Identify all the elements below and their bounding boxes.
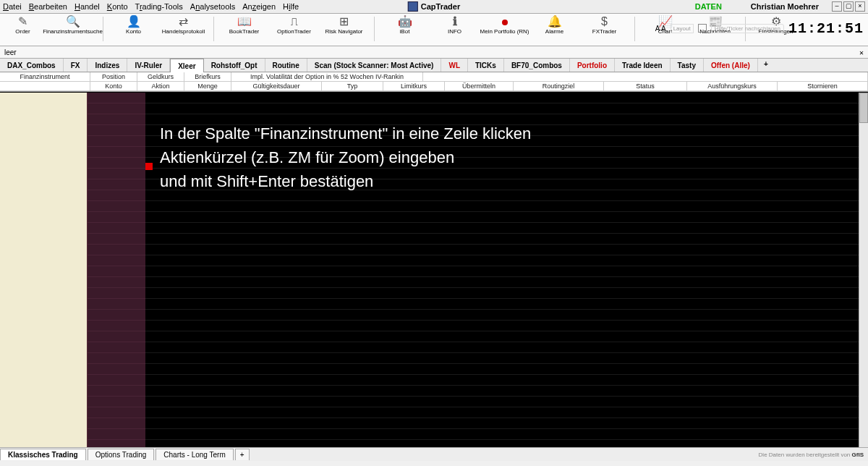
- layout-chip[interactable]: Layout: [671, 24, 694, 33]
- tb-ibot[interactable]: 🤖iBot: [385, 15, 425, 35]
- lock-icon[interactable]: [698, 24, 707, 33]
- tb-fxtrader[interactable]: $FXTrader: [584, 15, 624, 35]
- vertical-scrollbar[interactable]: [859, 93, 868, 447]
- dollar-icon: $: [601, 15, 608, 28]
- tab-iv-ruler[interactable]: IV-Ruler: [127, 59, 170, 72]
- tb-info[interactable]: ℹINFO: [435, 15, 475, 35]
- col-konto[interactable]: Konto: [90, 82, 137, 91]
- grid-body: In der Spalte "Finanzinstrument" in eine…: [0, 92, 868, 447]
- col-position[interactable]: Position: [90, 72, 137, 82]
- tb-handelsprotokoll[interactable]: ⇄Handelsprotokoll: [163, 15, 203, 35]
- menu-anzeigen[interactable]: Anzeigen: [242, 2, 276, 11]
- menu-bar: Datei Bearbeiten Handel Konto Trading-To…: [0, 0, 868, 14]
- tb-order[interactable]: ✎Order: [3, 15, 43, 35]
- app-title-text: CapTrader: [421, 2, 460, 11]
- col-impl-vola[interactable]: Impl. Volatilität der Option in % 52 Woc…: [231, 72, 423, 82]
- col-menge[interactable]: Menge: [184, 82, 231, 91]
- arrow-icon: [145, 158, 153, 175]
- help-search-input[interactable]: Hilfe/Ticker nachschlagen: [711, 24, 784, 33]
- window-buttons: – ▢ ×: [832, 1, 865, 12]
- instruction-overlay: In der Spalte "Finanzinstrument" in eine…: [160, 122, 531, 193]
- btab-add-button[interactable]: +: [235, 449, 250, 460]
- tab-bf70-combos[interactable]: BF70_Combos: [504, 59, 570, 72]
- panel-close-icon[interactable]: ✕: [859, 48, 864, 56]
- menu-trading-tools[interactable]: Trading-Tools: [135, 2, 183, 11]
- col-briefkurs[interactable]: Briefkurs: [184, 72, 231, 82]
- tb-mein-portfolio[interactable]: Mein Portfolio (RN): [485, 15, 524, 35]
- tab-trade-ideen[interactable]: Trade Ideen: [615, 59, 671, 72]
- grid-col-finanzinstrument[interactable]: [0, 93, 88, 447]
- menu-bearbeiten[interactable]: Bearbeiten: [29, 2, 67, 11]
- tb-risk-navigator[interactable]: ⊞Risk Navigator: [324, 15, 364, 35]
- col-geldkurs[interactable]: Geldkurs: [137, 72, 184, 82]
- app-title: CapTrader: [408, 1, 460, 12]
- dot-icon: [502, 15, 508, 28]
- clock: 11:21:51: [788, 20, 864, 37]
- col-routingziel[interactable]: Routingziel: [514, 82, 604, 91]
- tb-booktrader[interactable]: 📖BookTrader: [224, 15, 264, 35]
- menu-handel[interactable]: Handel: [75, 2, 100, 11]
- grid-main-area[interactable]: In der Spalte "Finanzinstrument" in eine…: [145, 93, 859, 447]
- data-status: DATEN: [695, 2, 722, 11]
- tab-wl[interactable]: WL: [441, 59, 468, 72]
- info-icon: ℹ: [453, 15, 457, 28]
- scrollbar-thumb[interactable]: [859, 93, 868, 123]
- bottom-tab-bar: Klassisches Trading Options Trading Char…: [0, 447, 868, 461]
- user-icon: 👤: [127, 15, 141, 28]
- swap-icon: ⇄: [179, 15, 188, 28]
- bell-icon: 🔔: [548, 15, 562, 28]
- minimize-icon[interactable]: –: [832, 1, 842, 12]
- tb-konto[interactable]: 👤Konto: [114, 15, 153, 35]
- tab-routine[interactable]: Routine: [265, 59, 307, 72]
- tab-tasty[interactable]: Tasty: [671, 59, 704, 72]
- panel-title-bar: leer ✕: [0, 46, 868, 59]
- col-ausfuehrungskurs[interactable]: Ausführungskurs: [687, 82, 778, 91]
- search-icon: 🔍: [66, 15, 80, 28]
- col-typ[interactable]: Typ: [322, 82, 383, 91]
- tab-dax-combos[interactable]: DAX_Combos: [0, 59, 64, 72]
- instruction-line-2: Aktienkürzel (z.B. ZM für Zoom) eingeben: [160, 145, 531, 169]
- col-finanzinstrument[interactable]: Finanzinstrument: [0, 72, 90, 82]
- col-limitkurs[interactable]: Limitkurs: [383, 82, 445, 91]
- user-name: Christian Moehrer: [751, 2, 819, 11]
- tab-xleer[interactable]: Xleer: [170, 59, 203, 72]
- instruction-line-3: und mit Shift+Enter bestätigen: [160, 169, 531, 193]
- robot-icon: 🤖: [398, 15, 412, 28]
- grid-icon: ⊞: [339, 15, 349, 28]
- tab-fx[interactable]: FX: [64, 59, 88, 72]
- maximize-icon[interactable]: ▢: [843, 1, 854, 12]
- menu-datei[interactable]: Datei: [3, 2, 22, 11]
- tab-indizes[interactable]: Indizes: [88, 59, 127, 72]
- font-size-control[interactable]: A A: [655, 25, 666, 33]
- tab-portfolio[interactable]: Portfolio: [570, 59, 615, 72]
- btab-charts-long-term[interactable]: Charts - Long Term: [156, 449, 233, 460]
- tab-offen-alle[interactable]: Offen (Alle): [704, 59, 758, 72]
- menu-analysetools[interactable]: Analysetools: [190, 2, 235, 11]
- pencil-icon: ✎: [18, 15, 27, 28]
- tab-add-button[interactable]: +: [758, 59, 774, 72]
- options-icon: ⎍: [291, 15, 298, 28]
- col-stornieren[interactable]: Stornieren: [778, 82, 868, 91]
- tb-alarme[interactable]: 🔔Alarme: [535, 15, 574, 35]
- main-toolbar: ✎Order 🔍Finanzinstrumentsuche 👤Konto ⇄Ha…: [0, 14, 868, 46]
- grid-col-position[interactable]: [88, 93, 145, 447]
- menu-hilfe[interactable]: Hilfe: [283, 2, 299, 11]
- tb-instrument-search[interactable]: 🔍Finanzinstrumentsuche: [53, 15, 93, 35]
- tab-rohstoff-opt[interactable]: Rohstoff_Opt: [204, 59, 265, 72]
- close-icon[interactable]: ×: [855, 1, 865, 12]
- tab-scan[interactable]: Scan (Stock Scanner: Most Active): [307, 59, 442, 72]
- workspace-tabs: DAX_Combos FX Indizes IV-Ruler Xleer Roh…: [0, 59, 868, 72]
- menu-konto[interactable]: Konto: [107, 2, 128, 11]
- col-gueltigkeitsdauer[interactable]: Gültigkeitsdauer: [231, 82, 322, 91]
- col-uebermitteln[interactable]: Übermitteln: [445, 82, 514, 91]
- book-icon: 📖: [237, 15, 252, 28]
- grid-header: Finanzinstrument Position Geldkurs Brief…: [0, 72, 868, 92]
- btab-klassisches-trading[interactable]: Klassisches Trading: [0, 449, 86, 460]
- btab-options-trading[interactable]: Options Trading: [88, 449, 155, 460]
- panel-title: leer: [4, 48, 17, 56]
- tab-ticks[interactable]: TICKs: [468, 59, 504, 72]
- tb-optiontrader[interactable]: ⎍OptionTrader: [274, 15, 314, 35]
- app-icon: [408, 1, 418, 12]
- col-aktion[interactable]: Aktion: [137, 82, 184, 91]
- col-status[interactable]: Status: [604, 82, 687, 91]
